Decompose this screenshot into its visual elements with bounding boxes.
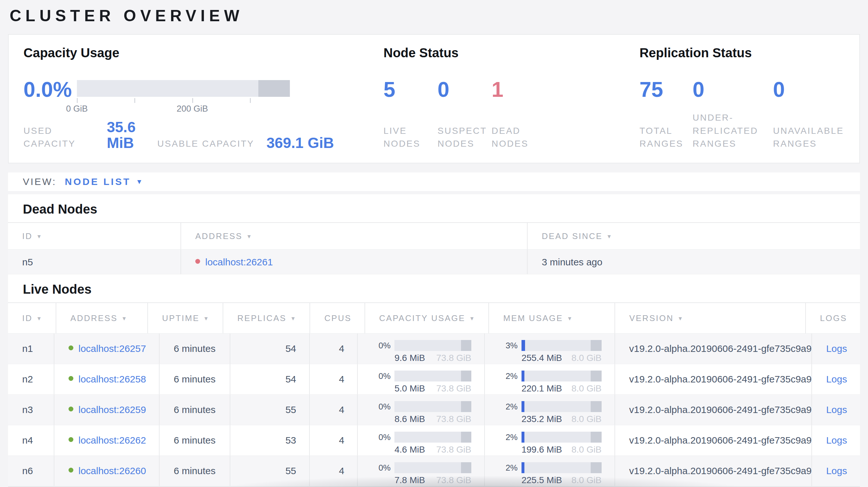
live-node-row: n3 localhost:26259 6 minutes 55 4 0% 8.6… [8,395,860,425]
node-cpus: 4 [310,364,358,394]
node-replicas: 54 [230,333,309,364]
unavailable-ranges-count: 0 [773,79,844,100]
total-ranges-label: TOTAL RANGES [640,125,693,151]
node-logs-cell: Logs [812,456,860,486]
sort-arrow-icon: ▼ [469,315,475,322]
live-col-version[interactable]: VERSION ▼ [615,303,806,333]
node-uptime: 6 minutes [160,395,231,425]
capacity-bar-reserved-segment [258,80,290,97]
live-col-replicas[interactable]: REPLICAS ▼ [223,303,310,333]
mem-total: 8.0 GiB [571,383,601,394]
sort-arrow-icon: ▼ [246,233,253,240]
logs-link[interactable]: Logs [826,374,847,385]
bar-used-segment [522,340,525,351]
capacity-mini-bar [395,462,471,473]
capacity-total: 73.8 GiB [436,414,471,424]
sort-arrow-icon: ▼ [607,233,613,240]
under-replicated-count: 0 [693,79,773,100]
mem-mini-bar [522,401,601,412]
capacity-mini-bar [395,340,471,351]
capacity-bar: 0 GiB 200 GiB [77,80,290,113]
replication-status-section: Replication Status 75 TOTAL RANGES 0 UND… [640,46,844,151]
axis-tick [77,98,78,103]
node-mem-usage: 2% 235.2 MiB 8.0 GiB [485,395,615,425]
column-label: ID [22,231,32,241]
cluster-summary-card: Capacity Usage 0.0% 0 GiB 200 GiB [8,34,860,163]
page-title: CLUSTER OVERVIEW [10,6,868,25]
dead-nodes-stat: 1 DEAD NODES [492,79,640,151]
mem-used: 199.6 MiB [522,445,562,455]
live-col-id[interactable]: ID ▼ [8,303,56,333]
capacity-mini-bar [395,432,471,443]
view-mode-dropdown[interactable]: NODE LIST ▼ [65,176,143,187]
node-address-link[interactable]: localhost:26260 [79,465,146,476]
replication-stats: 75 TOTAL RANGES 0 UNDER- REPLICATED RANG… [640,79,844,151]
node-mem-usage: 2% 220.1 MiB 8.0 GiB [485,364,615,394]
unavailable-ranges-label: UNAVAILABLE RANGES [773,125,844,151]
live-status-dot-icon [68,407,73,412]
capacity-percent: 0% [372,463,391,473]
node-address-link[interactable]: localhost:26259 [79,404,146,415]
dead-col-dead-since[interactable]: DEAD SINCE ▼ [528,223,860,249]
suspect-nodes-stat: 0 SUSPECT NODES [438,79,492,151]
capacity-used: 5.0 MiB [395,383,425,394]
live-col-capacity-usage[interactable]: CAPACITY USAGE ▼ [365,303,489,333]
bar-used-segment [522,462,524,473]
node-address-link[interactable]: localhost:26257 [79,343,146,354]
capacity-total: 73.8 GiB [436,383,471,394]
node-uptime: 6 minutes [160,333,231,364]
mem-used: 235.2 MiB [522,414,562,424]
live-col-mem-usage[interactable]: MEM USAGE ▼ [489,303,615,333]
capacity-percent: 0% [372,402,391,412]
logs-link[interactable]: Logs [826,343,847,354]
node-logs-cell: Logs [812,425,860,455]
node-capacity-usage: 0% 8.6 MiB 73.8 GiB [358,395,485,425]
node-address-link[interactable]: localhost:26262 [79,435,146,446]
column-label: DEAD SINCE [542,231,602,241]
node-status-section: Node Status 5 LIVE NODES 0 SUSPECT NODES… [383,46,640,151]
node-logs-cell: Logs [812,364,860,394]
replication-status-title: Replication Status [640,46,844,60]
node-replicas: 54 [230,364,309,394]
live-col-uptime[interactable]: UPTIME ▼ [148,303,223,333]
node-address-cell: localhost:26257 [54,333,160,364]
usable-capacity-stat: USABLE CAPACITY 369.1 GiB [157,119,334,151]
axis-tick [192,98,193,103]
dead-node-address-link[interactable]: localhost:26261 [205,257,273,268]
logs-link[interactable]: Logs [826,435,847,446]
live-col-address[interactable]: ADDRESS ▼ [56,303,148,333]
axis-label-zero: 0 GiB [66,104,88,114]
node-address-link[interactable]: localhost:26258 [79,374,146,385]
column-label: CPUS [324,313,351,323]
capacity-bar-track [77,80,290,97]
dead-col-address[interactable]: ADDRESS ▼ [181,223,528,249]
capacity-total: 73.8 GiB [436,475,471,485]
usable-capacity-value: 369.1 GiB [267,135,334,151]
capacity-usage-title: Capacity Usage [24,46,383,60]
capacity-used: 9.6 MiB [395,353,425,363]
live-nodes-label: LIVE NODES [383,125,438,151]
node-address-cell: localhost:26260 [54,456,160,486]
column-label: UPTIME [162,313,199,323]
mem-percent: 2% [499,402,518,412]
node-logs-cell: Logs [812,395,860,425]
node-version: v19.2.0-alpha.20190606-2491-gfe735c9a97 [615,456,812,486]
node-id: n1 [8,333,54,364]
node-status-title: Node Status [383,46,640,60]
under-replicated-label: UNDER- REPLICATED RANGES [693,111,773,151]
bar-used-segment [522,401,524,412]
dead-col-id[interactable]: ID ▼ [8,223,181,249]
node-id: n3 [8,395,54,425]
view-bar: VIEW: NODE LIST ▼ [8,172,860,191]
logs-link[interactable]: Logs [826,465,847,476]
bar-reserved-segment [461,401,471,412]
logs-link[interactable]: Logs [826,404,847,415]
node-version: v19.2.0-alpha.20190606-2491-gfe735c9a97 [615,425,812,455]
bar-reserved-segment [461,340,471,351]
capacity-mini-bar [395,401,471,412]
column-label: MEM USAGE [503,313,563,323]
capacity-usage-gauge: 0.0% 0 GiB 200 GiB [24,80,383,113]
column-label: ID [22,313,32,323]
mem-total: 8.0 GiB [571,445,601,455]
node-capacity-usage: 0% 4.6 MiB 73.8 GiB [358,425,485,455]
